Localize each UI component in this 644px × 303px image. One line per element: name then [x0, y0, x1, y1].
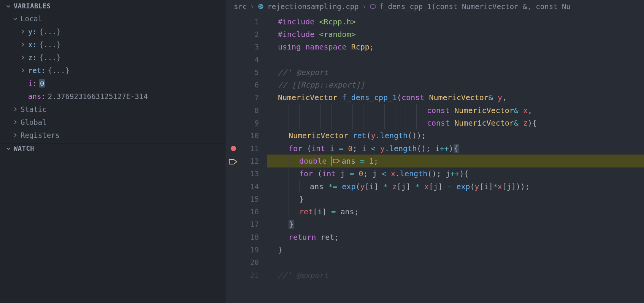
- code-line[interactable]: [267, 256, 644, 269]
- scope-static[interactable]: Static: [0, 103, 225, 116]
- code-line[interactable]: [267, 53, 644, 66]
- svg-text:C+: C+: [259, 5, 263, 8]
- code-line[interactable]: const NumericVector& x,: [267, 104, 644, 116]
- breadcrumb-file[interactable]: rejectionsampling.cpp: [267, 2, 358, 11]
- code-line[interactable]: ans *= exp(y[i] * z[j] * x[j] - exp(y[i]…: [267, 180, 644, 193]
- code-area[interactable]: 123456789101112131415161718192021 #inclu…: [225, 14, 644, 303]
- code-line[interactable]: // [[Rcpp::export]]: [267, 78, 644, 91]
- code-line[interactable]: //' @export: [267, 269, 644, 281]
- variable-name: y:: [28, 27, 37, 36]
- breadcrumb-symbol[interactable]: f_dens_cpp_1(const NumericVector &, cons…: [379, 2, 571, 11]
- gutter[interactable]: 123456789101112131415161718192021: [225, 14, 267, 303]
- scope-registers[interactable]: Registers: [0, 129, 225, 142]
- variable-row[interactable]: ans:2.3769231663125127E-314: [0, 90, 225, 103]
- breakpoint-icon[interactable]: [231, 146, 236, 151]
- gutter-line[interactable]: 14: [225, 180, 267, 193]
- chevron-right-icon: [12, 106, 18, 112]
- variable-name: ret:: [28, 66, 46, 75]
- code-line[interactable]: NumericVector ret(y.length());: [267, 129, 644, 142]
- gutter-line[interactable]: 4: [225, 53, 267, 66]
- gutter-line[interactable]: 11: [225, 142, 267, 155]
- code-line[interactable]: }: [267, 243, 644, 256]
- gutter-line[interactable]: 21: [225, 269, 267, 281]
- code-line[interactable]: ret[i] = ans;: [267, 205, 644, 218]
- watch-label: WATCH: [14, 145, 34, 152]
- variable-value: 0: [39, 79, 45, 88]
- gutter-line[interactable]: 2: [225, 28, 267, 40]
- variable-value: {...}: [39, 53, 61, 62]
- code-line[interactable]: return ret;: [267, 231, 644, 243]
- scope-global[interactable]: Global: [0, 116, 225, 129]
- execution-pointer-icon: [228, 158, 238, 164]
- scope-registers-label: Registers: [21, 131, 60, 139]
- symbol-function-icon: [370, 3, 376, 10]
- app-root: VARIABLES Local y: {...}x: {...}z: {...}…: [0, 0, 644, 303]
- chevron-right-icon: [250, 2, 254, 11]
- code-line[interactable]: }: [267, 193, 644, 205]
- chevron-right-icon: [12, 119, 18, 125]
- code-lines[interactable]: #include <Rcpp.h>#include <random>using …: [267, 14, 644, 303]
- cpp-file-icon: C+: [257, 3, 264, 10]
- chevron-down-icon: [5, 145, 11, 152]
- editor-pane: src C+ rejectionsampling.cpp f_dens_cpp_…: [225, 0, 644, 303]
- gutter-line[interactable]: 15: [225, 193, 267, 205]
- gutter-line[interactable]: 10: [225, 129, 267, 142]
- gutter-line[interactable]: 6: [225, 78, 267, 91]
- code-line[interactable]: NumericVector f_dens_cpp_1(const Numeric…: [267, 91, 644, 104]
- scope-local[interactable]: Local: [0, 12, 225, 25]
- gutter-line[interactable]: 13: [225, 167, 267, 180]
- chevron-down-icon: [12, 16, 18, 22]
- code-line[interactable]: for (int i = 0; i < y.length(); i++){: [267, 142, 644, 155]
- variable-value: {...}: [39, 27, 61, 36]
- gutter-line[interactable]: 8: [225, 104, 267, 116]
- code-line[interactable]: const NumericVector& z){: [267, 116, 644, 129]
- chevron-right-icon: [20, 54, 26, 61]
- scope-local-label: Local: [21, 14, 42, 23]
- text-cursor: [331, 156, 332, 166]
- code-line[interactable]: }: [267, 218, 644, 231]
- variable-name: i:: [28, 79, 37, 88]
- variable-row[interactable]: y: {...}: [0, 25, 225, 38]
- variable-value: 2.3769231663125127E-314: [48, 92, 148, 100]
- gutter-line[interactable]: 5: [225, 66, 267, 78]
- code-line[interactable]: double ans = 1;: [267, 155, 644, 167]
- scope-global-label: Global: [21, 118, 47, 126]
- watch-section-header[interactable]: WATCH: [0, 143, 225, 155]
- variable-name: z:: [28, 53, 37, 62]
- gutter-line[interactable]: 9: [225, 116, 267, 129]
- variable-name: ans:: [28, 92, 46, 100]
- variable-value: {...}: [39, 40, 61, 49]
- chevron-down-icon: [5, 3, 11, 9]
- variable-value: {...}: [48, 66, 70, 75]
- gutter-line[interactable]: 16: [225, 205, 267, 218]
- gutter-line[interactable]: 12: [225, 155, 267, 167]
- breadcrumbs[interactable]: src C+ rejectionsampling.cpp f_dens_cpp_…: [225, 0, 644, 14]
- chevron-right-icon: [362, 2, 366, 11]
- chevron-right-icon: [20, 29, 26, 35]
- variable-name: x:: [28, 40, 37, 49]
- gutter-line[interactable]: 1: [225, 15, 267, 28]
- gutter-line[interactable]: 19: [225, 243, 267, 256]
- variable-row[interactable]: ret: {...}: [0, 64, 225, 77]
- variable-row[interactable]: x: {...}: [0, 38, 225, 51]
- code-line[interactable]: #include <Rcpp.h>: [267, 15, 644, 28]
- gutter-line[interactable]: 3: [225, 41, 267, 53]
- code-line[interactable]: for (int j = 0; j < x.length(); j++){: [267, 167, 644, 180]
- variable-row[interactable]: z: {...}: [0, 51, 225, 64]
- variables-section-header[interactable]: VARIABLES: [0, 0, 225, 12]
- debug-sidebar: VARIABLES Local y: {...}x: {...}z: {...}…: [0, 0, 225, 303]
- variable-row[interactable]: i:0: [0, 77, 225, 90]
- chevron-right-icon: [20, 67, 26, 73]
- code-line[interactable]: //' @export: [267, 66, 644, 78]
- code-line[interactable]: #include <random>: [267, 28, 644, 40]
- gutter-line[interactable]: 7: [225, 91, 267, 104]
- breadcrumb-folder[interactable]: src: [234, 2, 247, 11]
- gutter-line[interactable]: 20: [225, 256, 267, 269]
- gutter-line[interactable]: 17: [225, 218, 267, 231]
- code-line[interactable]: using namespace Rcpp;: [267, 41, 644, 53]
- chevron-right-icon: [12, 132, 18, 138]
- execution-pointer-inline-icon: [333, 158, 340, 164]
- scope-static-label: Static: [21, 105, 47, 113]
- variables-label: VARIABLES: [14, 2, 51, 10]
- gutter-line[interactable]: 18: [225, 231, 267, 243]
